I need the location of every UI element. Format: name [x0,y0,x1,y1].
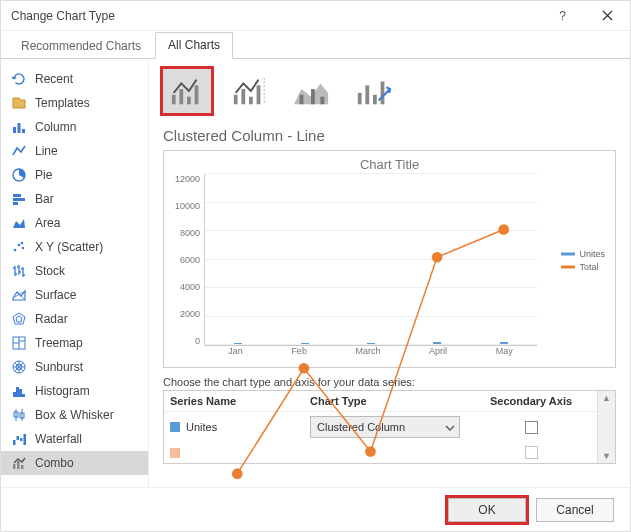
svg-rect-48 [358,93,362,104]
secondary-axis-checkbox[interactable] [525,421,538,434]
scroll-up-icon[interactable]: ▲ [602,393,611,403]
category-label: Recent [35,72,73,86]
stock-icon [11,263,27,279]
category-treemap[interactable]: Treemap [1,331,148,355]
category-label: Box & Whisker [35,408,114,422]
waterfall-icon [11,431,27,447]
x-axis: JanFebMarchAprilMay [204,346,537,356]
category-line[interactable]: Line [1,139,148,163]
category-column[interactable]: Column [1,115,148,139]
category-waterfall[interactable]: Waterfall [1,427,148,451]
line-icon [11,143,27,159]
scroll-down-icon[interactable]: ▼ [602,451,611,461]
category-label: X Y (Scatter) [35,240,103,254]
histogram-icon [11,383,27,399]
category-label: Area [35,216,60,230]
svg-point-10 [22,247,25,250]
svg-rect-49 [365,85,369,104]
category-pie[interactable]: Pie [1,163,148,187]
category-sunburst[interactable]: Sunburst [1,355,148,379]
svg-rect-29 [17,436,20,440]
category-label: Waterfall [35,432,82,446]
category-stock[interactable]: Stock [1,259,148,283]
legend: Unites Total [561,246,605,275]
svg-marker-7 [13,219,25,228]
svg-rect-1 [18,123,21,133]
templates-icon [11,95,27,111]
svg-rect-42 [257,85,261,104]
tab-recommended-charts[interactable]: Recommended Charts [9,34,153,59]
pie-icon [11,167,27,183]
category-label: Histogram [35,384,90,398]
secondary-axis-checkbox-2[interactable] [525,446,538,459]
window-title: Change Chart Type [11,9,540,23]
category-boxwhisker[interactable]: Box & Whisker [1,403,148,427]
area-icon [11,215,27,231]
category-surface[interactable]: Surface [1,283,148,307]
chevron-down-icon [445,421,455,433]
svg-rect-41 [249,97,253,105]
help-icon[interactable]: ? [540,1,585,31]
column-icon [11,119,27,135]
series-row-unites: Unites Clustered Column [164,412,597,442]
category-area[interactable]: Area [1,211,148,235]
category-label: Bar [35,192,54,206]
series-name-label: Unites [186,421,217,433]
category-label: Templates [35,96,90,110]
category-templates[interactable]: Templates [1,91,148,115]
title-bar: Change Chart Type ? [1,1,630,31]
category-label: Combo [35,456,74,470]
svg-rect-23 [22,394,25,397]
ok-button[interactable]: OK [448,498,526,522]
cancel-button[interactable]: Cancel [536,498,614,522]
category-bar[interactable]: Bar [1,187,148,211]
tab-all-charts[interactable]: All Charts [155,32,233,59]
svg-point-11 [21,242,24,245]
dialog-body: RecentTemplatesColumnLinePieBarAreaX Y (… [1,59,630,487]
subtype-row [163,69,616,113]
treemap-icon [11,335,27,351]
svg-rect-33 [17,461,20,469]
category-recent[interactable]: Recent [1,67,148,91]
svg-rect-20 [13,392,16,397]
xy-icon [11,239,27,255]
svg-rect-47 [321,97,325,105]
category-label: Sunburst [35,360,83,374]
category-xy[interactable]: X Y (Scatter) [1,235,148,259]
svg-rect-5 [13,198,25,201]
svg-point-53 [299,363,310,374]
svg-rect-0 [13,127,16,133]
chart-preview: Chart Title 120001000080006000400020000 … [163,150,616,368]
subtype-stacked-area-column[interactable] [287,69,335,113]
subtype-custom-combo[interactable] [349,69,397,113]
category-label: Surface [35,288,76,302]
close-icon[interactable] [585,1,630,31]
svg-rect-22 [19,389,22,397]
svg-point-8 [14,249,17,252]
series-grid: Series Name Chart Type Secondary Axis Un… [163,390,616,464]
svg-rect-21 [16,387,19,397]
svg-rect-30 [20,438,23,441]
svg-rect-46 [311,89,315,104]
svg-rect-40 [241,89,245,104]
svg-rect-39 [234,95,238,105]
series-row-partial [164,442,597,463]
boxwhisker-icon [11,407,27,423]
category-histogram[interactable]: Histogram [1,379,148,403]
header-chart-type: Chart Type [310,395,471,407]
series-swatch [170,422,180,432]
svg-rect-35 [172,95,176,105]
series-prompt: Choose the chart type and axis for your … [163,376,616,388]
header-series-name: Series Name [170,395,310,407]
series-scrollbar[interactable]: ▲ ▼ [597,391,615,463]
category-label: Stock [35,264,65,278]
chart-type-select[interactable]: Clustered Column [310,416,460,438]
legend-item-total: Total [561,262,605,272]
subtype-clustered-column-line-secondary[interactable] [225,69,273,113]
bar-icon [11,191,27,207]
category-radar[interactable]: Radar [1,307,148,331]
subtype-clustered-column-line[interactable] [163,69,211,113]
chart-title: Chart Title [172,157,607,172]
category-label: Treemap [35,336,83,350]
category-combo[interactable]: Combo [1,451,148,475]
